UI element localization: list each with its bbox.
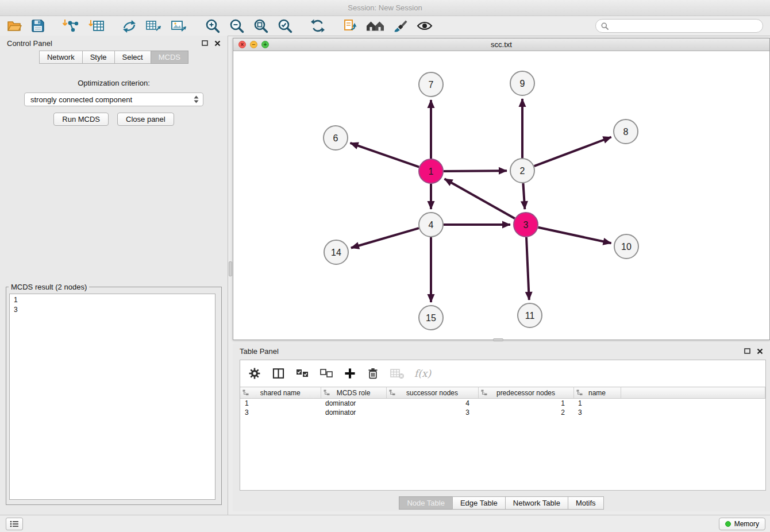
horizontal-resize-handle[interactable] — [493, 338, 503, 341]
svg-text:7: 7 — [429, 80, 434, 90]
refresh-view-icon[interactable] — [310, 18, 325, 34]
delete-column-trash-icon[interactable] — [366, 365, 380, 381]
delete-table-icon[interactable] — [390, 365, 405, 381]
edge-4-14[interactable] — [351, 228, 419, 248]
node-2[interactable]: 2 — [510, 159, 534, 183]
node-1[interactable]: 1 — [419, 159, 443, 183]
create-column-icon[interactable] — [344, 365, 356, 381]
select-all-columns-icon[interactable] — [295, 365, 310, 381]
control-panel-tab-mcds[interactable]: MCDS — [151, 51, 188, 64]
mcds-result-text[interactable]: 1 3 — [9, 294, 215, 500]
column-header-name[interactable]: name — [573, 387, 621, 399]
vertical-splitter-handle[interactable] — [229, 261, 232, 276]
save-session-icon[interactable] — [31, 18, 45, 34]
show-hide-icon[interactable] — [416, 18, 433, 34]
cell[interactable]: 2 — [478, 408, 573, 417]
node-15[interactable]: 15 — [419, 306, 443, 330]
edge-1-6[interactable] — [351, 143, 419, 167]
new-network-icon[interactable] — [122, 18, 137, 34]
cell[interactable]: dominator — [321, 399, 386, 408]
maximize-window-icon[interactable]: + — [261, 41, 269, 48]
optimization-criterion-label: Optimization criterion: — [0, 79, 228, 87]
task-history-list-icon[interactable] — [6, 518, 23, 530]
import-table-from-file-icon[interactable] — [88, 18, 105, 34]
table-panel-tab-motifs[interactable]: Motifs — [568, 496, 604, 510]
show-columns-icon[interactable] — [271, 365, 286, 381]
edge-3-11[interactable] — [526, 237, 529, 300]
cell[interactable]: 3 — [573, 408, 621, 417]
cell[interactable]: 3 — [240, 408, 321, 417]
new-table-icon[interactable] — [145, 18, 162, 34]
table-panel-tab-edge-table[interactable]: Edge Table — [452, 496, 506, 510]
table-settings-gear-icon[interactable] — [248, 365, 261, 381]
edge-1-2[interactable] — [444, 171, 507, 171]
node-14[interactable]: 14 — [324, 240, 348, 264]
node-3[interactable]: 3 — [514, 213, 538, 237]
table-panel-tab-network-table[interactable]: Network Table — [505, 496, 568, 510]
open-file-icon[interactable] — [7, 18, 22, 34]
zoom-selected-icon[interactable] — [277, 18, 293, 34]
cell[interactable]: 3 — [386, 408, 478, 417]
svg-text:2: 2 — [520, 166, 525, 176]
search-box[interactable] — [595, 19, 763, 33]
float-table-panel-icon[interactable] — [744, 348, 750, 354]
home-icon[interactable] — [365, 18, 385, 34]
import-network-from-file-icon[interactable] — [62, 18, 79, 34]
close-table-panel-icon[interactable] — [757, 348, 763, 354]
search-icon — [601, 22, 609, 30]
close-panel-icon[interactable] — [214, 40, 221, 47]
zoom-fit-icon[interactable] — [253, 18, 269, 34]
memory-button[interactable]: Memory — [719, 518, 765, 530]
minimize-window-icon[interactable]: − — [250, 41, 257, 48]
node-8[interactable]: 8 — [614, 119, 638, 144]
zoom-out-icon[interactable] — [229, 18, 245, 34]
cell[interactable]: 4 — [386, 399, 478, 408]
network-canvas[interactable]: 7968124314101511 — [233, 51, 769, 340]
network-window: × − + scc.txt 7968124314101511 — [233, 38, 770, 340]
apply-style-icon[interactable] — [393, 18, 408, 34]
cell[interactable]: 1 — [478, 399, 573, 408]
window-titlebar: Session: New Session — [0, 0, 770, 16]
copy-network-icon[interactable] — [342, 18, 357, 34]
edge-3-10[interactable] — [538, 228, 611, 244]
control-panel-tab-network[interactable]: Network — [39, 51, 83, 64]
node-4[interactable]: 4 — [419, 213, 443, 237]
run-mcds-button[interactable]: Run MCDS — [53, 113, 109, 126]
edge-2-8[interactable] — [534, 137, 611, 167]
table-panel: Table Panel — [233, 344, 770, 511]
node-11[interactable]: 11 — [518, 303, 542, 327]
float-panel-icon[interactable] — [202, 40, 208, 46]
export-image-icon[interactable] — [170, 18, 186, 34]
node-10[interactable]: 10 — [614, 234, 638, 259]
function-builder-icon[interactable]: f(x) — [414, 365, 431, 381]
column-header-shared-name[interactable]: shared name — [240, 387, 321, 399]
zoom-in-icon[interactable] — [205, 18, 221, 34]
column-header-MCDS-role[interactable]: MCDS role — [321, 387, 386, 399]
close-panel-button[interactable]: Close panel — [117, 113, 174, 126]
column-header-successor-nodes[interactable]: successor nodes — [386, 387, 478, 399]
network-window-titlebar[interactable]: × − + scc.txt — [233, 38, 769, 51]
control-panel-tab-select[interactable]: Select — [114, 51, 151, 64]
fx-label: f(x) — [414, 368, 431, 379]
table-panel-tab-node-table[interactable]: Node Table — [399, 496, 453, 510]
window-traffic-lights: × − + — [238, 41, 269, 48]
search-input[interactable] — [612, 21, 757, 31]
column-header-predecessor-nodes[interactable]: predecessor nodes — [478, 387, 573, 399]
edge-3-1[interactable] — [445, 179, 515, 218]
cell[interactable]: dominator — [321, 408, 386, 417]
control-panel-tab-style[interactable]: Style — [82, 51, 115, 64]
table-row[interactable]: 3dominator323 — [240, 408, 765, 417]
optimization-criterion-select[interactable]: strongly connected component — [24, 92, 203, 106]
cell[interactable]: 1 — [573, 399, 621, 408]
svg-text:10: 10 — [621, 242, 632, 252]
close-window-icon[interactable]: × — [238, 41, 246, 48]
node-6[interactable]: 6 — [324, 126, 348, 150]
unselect-all-columns-icon[interactable] — [319, 365, 334, 381]
edge-2-3[interactable] — [523, 183, 525, 209]
control-panel: Control Panel NetworkStyleSelectMCDS Opt… — [0, 36, 228, 515]
svg-text:15: 15 — [426, 313, 436, 323]
node-9[interactable]: 9 — [510, 71, 534, 95]
node-7[interactable]: 7 — [419, 72, 443, 97]
cell[interactable]: 1 — [240, 399, 321, 408]
table-row[interactable]: 1dominator411 — [240, 399, 765, 408]
